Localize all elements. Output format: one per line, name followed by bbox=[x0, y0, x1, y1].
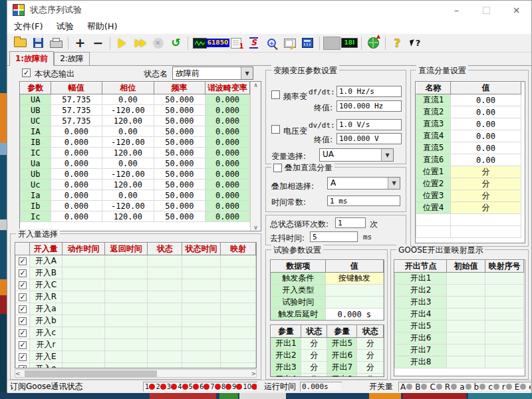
cell[interactable]: ✓ bbox=[16, 303, 30, 315]
cell[interactable] bbox=[221, 291, 256, 303]
cell[interactable] bbox=[182, 303, 220, 315]
cell[interactable] bbox=[62, 339, 104, 351]
table-row[interactable]: IC0.000120.0050.0000.000 bbox=[21, 148, 250, 158]
cell[interactable]: ✓ bbox=[16, 255, 30, 267]
cell[interactable] bbox=[221, 303, 256, 315]
cell[interactable]: 分 bbox=[301, 350, 327, 362]
cell[interactable]: 0.00 bbox=[451, 142, 521, 154]
cell[interactable]: 0.00 bbox=[451, 106, 521, 118]
cell[interactable] bbox=[485, 356, 524, 368]
reset-button[interactable]: ↺ bbox=[167, 35, 185, 51]
cell[interactable]: 开入a bbox=[30, 303, 63, 315]
cell[interactable]: UB bbox=[21, 105, 51, 116]
cell[interactable]: 分 bbox=[357, 362, 384, 374]
cell[interactable]: 开入B bbox=[30, 267, 63, 279]
cell[interactable]: 位置1 bbox=[416, 166, 451, 178]
print-button[interactable] bbox=[47, 35, 65, 51]
cell[interactable]: IC bbox=[21, 148, 51, 158]
cell[interactable]: 直流3 bbox=[416, 118, 451, 130]
cell[interactable] bbox=[148, 327, 182, 339]
cell[interactable]: Ia bbox=[21, 190, 51, 201]
row-checkbox[interactable]: ✓ bbox=[19, 353, 27, 361]
cell[interactable]: Ua bbox=[21, 158, 51, 169]
row-checkbox[interactable]: ✓ bbox=[19, 341, 27, 349]
cell[interactable]: ✓ bbox=[16, 291, 30, 303]
cell[interactable] bbox=[447, 297, 485, 309]
cell[interactable] bbox=[62, 363, 104, 368]
table-row[interactable]: 直流40.00 bbox=[416, 130, 521, 142]
cell[interactable] bbox=[105, 351, 148, 363]
cell[interactable]: 0.000 bbox=[205, 201, 250, 211]
table-row[interactable]: 开出1分开出5分 bbox=[271, 338, 384, 350]
cell[interactable]: 0.000 bbox=[51, 148, 102, 158]
cell[interactable]: 57.735 bbox=[51, 116, 102, 126]
table-row[interactable]: ✓开入B bbox=[16, 267, 256, 279]
menu-test[interactable]: 试验 bbox=[50, 21, 80, 33]
cell[interactable]: 0.000 bbox=[205, 180, 250, 190]
cell[interactable]: 50.000 bbox=[154, 180, 205, 190]
cell[interactable] bbox=[325, 285, 383, 297]
cell[interactable]: -120.00 bbox=[102, 169, 154, 180]
cell[interactable]: 0.000 bbox=[51, 158, 102, 169]
cell[interactable] bbox=[182, 279, 220, 291]
cell[interactable] bbox=[221, 339, 256, 351]
cell[interactable] bbox=[221, 315, 256, 327]
cell[interactable]: 分 bbox=[357, 338, 384, 350]
cell[interactable]: 0.000 bbox=[205, 148, 250, 158]
cell[interactable]: 开出5 bbox=[327, 338, 357, 350]
cell[interactable]: 分 bbox=[451, 190, 521, 202]
cell[interactable]: 0.00 bbox=[451, 118, 521, 130]
table-row[interactable]: ✓开入A bbox=[16, 255, 256, 267]
cell[interactable] bbox=[105, 315, 148, 327]
cell[interactable]: 直流6 bbox=[416, 154, 451, 166]
cell[interactable]: 触发后延时 bbox=[271, 309, 326, 321]
cell[interactable]: 0.000 bbox=[205, 126, 250, 137]
remove-state-button[interactable]: − bbox=[89, 35, 107, 51]
cell[interactable]: 试验时间 bbox=[271, 297, 326, 309]
stop-button[interactable]: ✕ bbox=[149, 35, 167, 51]
cell[interactable]: 开出1 bbox=[395, 273, 447, 285]
cell[interactable] bbox=[325, 297, 383, 309]
table-row[interactable]: Ub0.000-120.0050.0000.000 bbox=[21, 169, 250, 180]
table-row[interactable]: Ia0.0000.0050.0000.000 bbox=[21, 190, 250, 201]
table-row[interactable]: 直流30.00 bbox=[416, 118, 521, 130]
table-row[interactable]: 直流60.00 bbox=[416, 154, 521, 166]
time-const-input[interactable]: 1 ms bbox=[327, 196, 400, 206]
table-row[interactable]: 触发后延时0.000 s bbox=[271, 309, 384, 321]
cell[interactable] bbox=[148, 351, 182, 363]
vector-button[interactable] bbox=[281, 35, 299, 51]
cell[interactable]: 开入A bbox=[30, 255, 63, 267]
table-row[interactable]: 试验时间 bbox=[271, 297, 384, 309]
table-row[interactable]: 开出6 bbox=[395, 332, 524, 344]
cell[interactable] bbox=[221, 267, 256, 279]
minimize-button[interactable]: – bbox=[442, 1, 471, 19]
cell[interactable]: 0.000 bbox=[205, 137, 250, 148]
table-row[interactable] bbox=[416, 226, 521, 238]
row-checkbox[interactable]: ✓ bbox=[19, 317, 27, 325]
cell[interactable]: 0.000 bbox=[51, 137, 102, 148]
cell[interactable]: 50.000 bbox=[154, 190, 205, 201]
cell[interactable] bbox=[148, 279, 182, 291]
cell[interactable]: 分 bbox=[451, 166, 521, 178]
cell[interactable]: 开出7 bbox=[327, 362, 357, 374]
row-checkbox[interactable]: ✓ bbox=[19, 365, 27, 368]
cell[interactable]: ✓ bbox=[16, 315, 30, 327]
cell[interactable]: 0.00 bbox=[451, 130, 521, 142]
table-row[interactable]: Ua0.0000.0050.0000.000 bbox=[21, 158, 250, 169]
cell[interactable]: 直流1 bbox=[416, 94, 451, 106]
cell[interactable]: -120.00 bbox=[102, 105, 154, 116]
cell[interactable]: 开入R bbox=[30, 291, 63, 303]
cell[interactable]: 分 bbox=[301, 362, 327, 374]
cell[interactable]: IB bbox=[21, 137, 51, 148]
table-row[interactable]: ✓开入e bbox=[16, 363, 256, 368]
table-row[interactable]: ✓开入E bbox=[16, 351, 256, 363]
cell[interactable] bbox=[447, 309, 485, 321]
table-row[interactable]: ✓开入r bbox=[16, 339, 256, 351]
cell[interactable]: 50.000 bbox=[154, 105, 205, 116]
cell[interactable] bbox=[447, 285, 485, 297]
cell[interactable] bbox=[485, 321, 524, 332]
tab-state-1[interactable]: 1:故障前 bbox=[9, 51, 54, 66]
cell[interactable] bbox=[221, 255, 256, 267]
cell[interactable]: 57.735 bbox=[51, 105, 102, 116]
table-row[interactable]: 触发条件按键触发 bbox=[271, 273, 384, 285]
